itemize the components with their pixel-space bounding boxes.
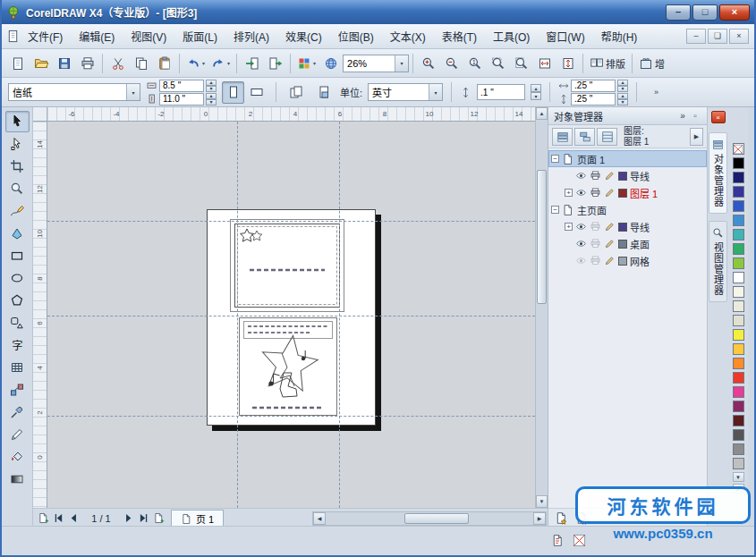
layer-tree-layer-row[interactable]: +导线 xyxy=(548,218,707,235)
menu-item-2[interactable]: 编辑(E) xyxy=(71,25,123,47)
palette-color-swatch[interactable] xyxy=(733,157,744,169)
chevron-down-icon[interactable]: ▾ xyxy=(202,60,205,66)
palette-color-swatch[interactable] xyxy=(733,272,744,283)
paper-height-up-button[interactable]: ▴ xyxy=(206,93,217,99)
duplicate-y-up-button[interactable]: ▴ xyxy=(617,93,628,99)
doc-restore-button[interactable]: ❏ xyxy=(708,29,727,44)
doc-close-button[interactable]: × xyxy=(729,29,749,44)
nudge-offset-input[interactable]: .1 " xyxy=(477,84,525,100)
editable-toggle[interactable] xyxy=(604,187,616,198)
duplicate-x-input[interactable]: .25 " xyxy=(571,80,616,92)
first-page-button[interactable] xyxy=(51,511,66,526)
minimize-button[interactable]: – xyxy=(666,4,691,21)
menu-item-5[interactable]: 排列(A) xyxy=(225,25,277,47)
layer-color-swatch[interactable] xyxy=(618,189,627,198)
all-pages-button[interactable] xyxy=(285,81,307,104)
add-page-button-right[interactable] xyxy=(151,511,166,526)
artwork-star-figure[interactable] xyxy=(239,317,337,416)
menu-item-1[interactable]: 文件(F) xyxy=(20,25,71,47)
table-tool[interactable] xyxy=(5,357,30,378)
zoom-to-selection-button[interactable] xyxy=(487,52,509,74)
fill-tool[interactable] xyxy=(5,446,30,468)
undo-button[interactable]: ▾ xyxy=(183,52,208,74)
zoom-page-height-button[interactable] xyxy=(556,52,579,74)
pick-tool[interactable] xyxy=(5,111,30,132)
visibility-toggle[interactable] xyxy=(575,255,587,266)
palette-color-swatch[interactable] xyxy=(733,200,744,212)
chevron-down-icon[interactable]: ▾ xyxy=(126,84,140,100)
pages-only-view-button[interactable] xyxy=(597,128,617,146)
palette-color-swatch[interactable] xyxy=(733,401,744,412)
layer-tree-page-row[interactable]: −页面 1 xyxy=(548,150,707,167)
menu-item-12[interactable]: 帮助(H) xyxy=(593,25,646,47)
blend-tool[interactable] xyxy=(5,379,30,401)
doc-minimize-button[interactable]: – xyxy=(686,29,706,44)
canvas[interactable] xyxy=(47,122,535,508)
palette-color-swatch[interactable] xyxy=(733,429,744,441)
nudge-up-button[interactable]: ▴ xyxy=(531,84,541,92)
paper-width-input[interactable]: 8.5 " xyxy=(159,80,204,92)
docker-minimize-button[interactable]: ▫ xyxy=(689,111,701,121)
docker-side-tab-1[interactable]: 对象管理器 xyxy=(709,132,727,214)
palette-color-swatch[interactable] xyxy=(733,386,744,398)
horizontal-scroll-track[interactable] xyxy=(326,512,533,525)
zoom-in-button[interactable] xyxy=(417,52,439,74)
vertical-guideline-2[interactable] xyxy=(339,122,340,508)
layer-tree-page-row[interactable]: −主页面 xyxy=(548,201,707,218)
chevron-down-icon[interactable]: ▾ xyxy=(395,55,408,72)
collapse-box[interactable]: − xyxy=(551,206,559,214)
menu-item-4[interactable]: 版面(L) xyxy=(174,25,225,47)
print-button[interactable] xyxy=(76,52,98,74)
vertical-guideline-1[interactable] xyxy=(237,122,238,508)
nudge-down-button[interactable]: ▾ xyxy=(531,92,541,100)
menu-item-9[interactable]: 表格(T) xyxy=(434,25,485,47)
paper-height-input[interactable]: 11.0 " xyxy=(159,93,204,105)
menu-item-3[interactable]: 视图(V) xyxy=(123,25,174,47)
artwork-card-top[interactable] xyxy=(230,219,344,312)
palette-color-swatch[interactable] xyxy=(733,443,744,455)
vertical-scrollbar[interactable]: ▲ ▼ xyxy=(535,107,548,508)
duplicate-x-up-button[interactable]: ▴ xyxy=(617,80,628,86)
zoom-tool[interactable] xyxy=(5,178,30,199)
chevron-down-icon[interactable]: ▾ xyxy=(313,60,316,66)
palette-color-swatch[interactable] xyxy=(733,458,744,469)
scroll-up-button[interactable]: ▲ xyxy=(536,107,548,120)
visibility-toggle[interactable] xyxy=(575,170,587,181)
horizontal-scroll-thumb[interactable] xyxy=(404,513,469,524)
menu-item-8[interactable]: 文本(X) xyxy=(382,25,434,47)
shape-tool[interactable] xyxy=(5,133,30,155)
add-page-button-left[interactable] xyxy=(36,511,51,526)
printable-toggle[interactable] xyxy=(590,238,601,249)
zoom-level-combo[interactable]: 26%▾ xyxy=(343,55,409,72)
palette-color-swatch[interactable] xyxy=(733,257,744,269)
ellipse-tool[interactable] xyxy=(5,267,30,289)
palette-color-swatch[interactable] xyxy=(733,372,744,384)
palette-color-swatch[interactable] xyxy=(733,172,744,183)
palette-color-swatch[interactable] xyxy=(733,229,744,241)
palette-color-swatch[interactable] xyxy=(733,286,744,298)
layout-button[interactable]: 排版 xyxy=(587,52,628,74)
paper-type-combo[interactable]: 信纸 ▾ xyxy=(8,83,140,101)
layer-tree-layer-row[interactable]: +图层 1 xyxy=(548,184,707,201)
duplicate-y-input[interactable]: .25 " xyxy=(571,93,616,105)
portrait-button[interactable] xyxy=(222,81,244,104)
pages-layers-view-button[interactable] xyxy=(574,128,595,146)
vertical-scroll-thumb[interactable] xyxy=(537,170,547,304)
ruler-origin[interactable] xyxy=(33,107,47,122)
page-tab[interactable]: 页 1 xyxy=(171,510,224,527)
new-document-button[interactable] xyxy=(6,52,29,74)
cut-button[interactable] xyxy=(106,52,129,74)
printable-toggle[interactable] xyxy=(590,221,601,232)
editable-toggle[interactable] xyxy=(604,170,616,181)
rectangle-tool[interactable] xyxy=(5,245,30,266)
menu-item-10[interactable]: 工具(O) xyxy=(485,25,538,47)
docker-collapse-button[interactable]: » xyxy=(676,111,689,121)
zoom-out-button[interactable] xyxy=(440,52,463,74)
open-button[interactable] xyxy=(30,52,52,74)
new-layer-button[interactable] xyxy=(552,511,570,527)
freehand-tool[interactable] xyxy=(5,200,30,222)
menu-item-7[interactable]: 位图(B) xyxy=(330,25,382,47)
collapse-box[interactable]: − xyxy=(551,155,559,163)
copy-button[interactable] xyxy=(130,52,152,74)
chevron-down-icon[interactable]: ▾ xyxy=(429,84,442,100)
